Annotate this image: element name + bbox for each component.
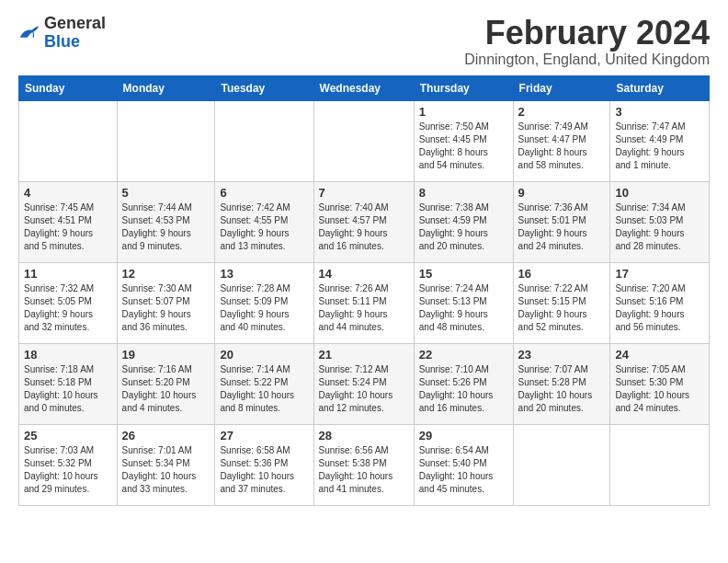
day-number: 28 xyxy=(319,429,409,442)
day-info: Sunrise: 6:56 AM Sunset: 5:38 PM Dayligh… xyxy=(319,444,409,496)
calendar-cell: 20Sunrise: 7:14 AM Sunset: 5:22 PM Dayli… xyxy=(215,343,313,424)
calendar-cell: 10Sunrise: 7:34 AM Sunset: 5:03 PM Dayli… xyxy=(610,181,710,262)
day-info: Sunrise: 7:03 AM Sunset: 5:32 PM Dayligh… xyxy=(24,444,112,496)
logo: General Blue xyxy=(18,15,106,52)
calendar-cell: 13Sunrise: 7:28 AM Sunset: 5:09 PM Dayli… xyxy=(215,262,313,343)
calendar-cell: 14Sunrise: 7:26 AM Sunset: 5:11 PM Dayli… xyxy=(313,262,414,343)
calendar-cell: 1Sunrise: 7:50 AM Sunset: 4:45 PM Daylig… xyxy=(414,100,513,181)
calendar-cell: 7Sunrise: 7:40 AM Sunset: 4:57 PM Daylig… xyxy=(313,181,414,262)
calendar-cell: 22Sunrise: 7:10 AM Sunset: 5:26 PM Dayli… xyxy=(414,343,513,424)
day-info: Sunrise: 7:22 AM Sunset: 5:15 PM Dayligh… xyxy=(518,282,606,334)
column-header-thursday: Thursday xyxy=(414,75,513,100)
calendar-cell: 24Sunrise: 7:05 AM Sunset: 5:30 PM Dayli… xyxy=(610,343,710,424)
day-info: Sunrise: 7:49 AM Sunset: 4:47 PM Dayligh… xyxy=(518,121,606,172)
calendar-cell: 5Sunrise: 7:44 AM Sunset: 4:53 PM Daylig… xyxy=(117,181,215,262)
page-header: General Blue February 2024 Dinnington, E… xyxy=(18,15,710,68)
column-header-monday: Monday xyxy=(117,75,215,100)
calendar-table: SundayMondayTuesdayWednesdayThursdayFrid… xyxy=(18,75,710,506)
day-number: 23 xyxy=(518,348,606,362)
calendar-cell xyxy=(117,100,215,181)
calendar-cell: 21Sunrise: 7:12 AM Sunset: 5:24 PM Dayli… xyxy=(313,343,414,424)
calendar-cell: 8Sunrise: 7:38 AM Sunset: 4:59 PM Daylig… xyxy=(414,181,513,262)
calendar-cell: 6Sunrise: 7:42 AM Sunset: 4:55 PM Daylig… xyxy=(215,181,313,262)
month-year-title: February 2024 xyxy=(464,15,710,52)
calendar-week-row: 1Sunrise: 7:50 AM Sunset: 4:45 PM Daylig… xyxy=(19,100,710,181)
day-number: 6 xyxy=(220,186,308,200)
day-info: Sunrise: 7:18 AM Sunset: 5:18 PM Dayligh… xyxy=(24,363,112,415)
calendar-cell: 3Sunrise: 7:47 AM Sunset: 4:49 PM Daylig… xyxy=(610,100,710,181)
day-number: 7 xyxy=(319,186,409,200)
calendar-header-row: SundayMondayTuesdayWednesdayThursdayFrid… xyxy=(19,75,710,100)
day-info: Sunrise: 7:24 AM Sunset: 5:13 PM Dayligh… xyxy=(419,282,508,334)
calendar-cell: 26Sunrise: 7:01 AM Sunset: 5:34 PM Dayli… xyxy=(117,424,215,505)
day-number: 26 xyxy=(122,429,210,442)
day-number: 12 xyxy=(122,267,210,281)
calendar-cell: 19Sunrise: 7:16 AM Sunset: 5:20 PM Dayli… xyxy=(117,343,215,424)
calendar-cell xyxy=(313,100,414,181)
column-header-wednesday: Wednesday xyxy=(313,75,414,100)
day-number: 20 xyxy=(220,348,308,362)
day-number: 16 xyxy=(518,267,606,281)
calendar-week-row: 11Sunrise: 7:32 AM Sunset: 5:05 PM Dayli… xyxy=(19,262,710,343)
day-info: Sunrise: 6:58 AM Sunset: 5:36 PM Dayligh… xyxy=(220,444,308,496)
day-info: Sunrise: 7:01 AM Sunset: 5:34 PM Dayligh… xyxy=(122,444,210,496)
day-number: 17 xyxy=(615,267,704,281)
column-header-tuesday: Tuesday xyxy=(215,75,313,100)
calendar-cell: 27Sunrise: 6:58 AM Sunset: 5:36 PM Dayli… xyxy=(215,424,313,505)
day-info: Sunrise: 7:12 AM Sunset: 5:24 PM Dayligh… xyxy=(319,363,409,415)
calendar-cell: 2Sunrise: 7:49 AM Sunset: 4:47 PM Daylig… xyxy=(513,100,610,181)
day-number: 24 xyxy=(615,348,704,362)
day-info: Sunrise: 7:40 AM Sunset: 4:57 PM Dayligh… xyxy=(319,201,409,253)
day-info: Sunrise: 7:32 AM Sunset: 5:05 PM Dayligh… xyxy=(24,282,112,334)
day-info: Sunrise: 7:34 AM Sunset: 5:03 PM Dayligh… xyxy=(615,201,704,253)
logo-bird-icon xyxy=(18,24,40,42)
day-info: Sunrise: 7:47 AM Sunset: 4:49 PM Dayligh… xyxy=(615,121,704,172)
calendar-week-row: 25Sunrise: 7:03 AM Sunset: 5:32 PM Dayli… xyxy=(19,424,710,505)
day-info: Sunrise: 7:42 AM Sunset: 4:55 PM Dayligh… xyxy=(220,201,308,253)
day-info: Sunrise: 7:38 AM Sunset: 4:59 PM Dayligh… xyxy=(419,201,508,253)
day-number: 10 xyxy=(615,186,704,200)
day-number: 13 xyxy=(220,267,308,281)
day-number: 14 xyxy=(319,267,409,281)
day-info: Sunrise: 7:50 AM Sunset: 4:45 PM Dayligh… xyxy=(419,121,508,172)
calendar-cell xyxy=(19,100,118,181)
day-info: Sunrise: 7:05 AM Sunset: 5:30 PM Dayligh… xyxy=(615,363,704,415)
logo-text: General Blue xyxy=(44,15,106,52)
day-number: 9 xyxy=(518,186,606,200)
day-number: 19 xyxy=(122,348,210,362)
calendar-week-row: 4Sunrise: 7:45 AM Sunset: 4:51 PM Daylig… xyxy=(19,181,710,262)
day-number: 27 xyxy=(220,429,308,442)
calendar-cell: 25Sunrise: 7:03 AM Sunset: 5:32 PM Dayli… xyxy=(19,424,118,505)
calendar-cell xyxy=(513,424,610,505)
day-number: 29 xyxy=(419,429,508,442)
calendar-cell: 23Sunrise: 7:07 AM Sunset: 5:28 PM Dayli… xyxy=(513,343,610,424)
day-number: 5 xyxy=(122,186,210,200)
calendar-cell: 17Sunrise: 7:20 AM Sunset: 5:16 PM Dayli… xyxy=(610,262,710,343)
calendar-cell: 11Sunrise: 7:32 AM Sunset: 5:05 PM Dayli… xyxy=(19,262,118,343)
calendar-cell xyxy=(215,100,313,181)
column-header-saturday: Saturday xyxy=(610,75,710,100)
day-info: Sunrise: 7:36 AM Sunset: 5:01 PM Dayligh… xyxy=(518,201,606,253)
calendar-cell: 15Sunrise: 7:24 AM Sunset: 5:13 PM Dayli… xyxy=(414,262,513,343)
day-number: 22 xyxy=(419,348,508,362)
column-header-friday: Friday xyxy=(513,75,610,100)
day-number: 2 xyxy=(518,105,606,119)
day-info: Sunrise: 7:30 AM Sunset: 5:07 PM Dayligh… xyxy=(122,282,210,334)
calendar-week-row: 18Sunrise: 7:18 AM Sunset: 5:18 PM Dayli… xyxy=(19,343,710,424)
day-info: Sunrise: 7:16 AM Sunset: 5:20 PM Dayligh… xyxy=(122,363,210,415)
calendar-cell: 29Sunrise: 6:54 AM Sunset: 5:40 PM Dayli… xyxy=(414,424,513,505)
day-number: 8 xyxy=(419,186,508,200)
day-info: Sunrise: 7:14 AM Sunset: 5:22 PM Dayligh… xyxy=(220,363,308,415)
calendar-cell: 18Sunrise: 7:18 AM Sunset: 5:18 PM Dayli… xyxy=(19,343,118,424)
calendar-cell xyxy=(610,424,710,505)
calendar-cell: 9Sunrise: 7:36 AM Sunset: 5:01 PM Daylig… xyxy=(513,181,610,262)
day-number: 25 xyxy=(24,429,112,442)
day-number: 11 xyxy=(24,267,112,281)
day-info: Sunrise: 7:45 AM Sunset: 4:51 PM Dayligh… xyxy=(24,201,112,253)
calendar-cell: 4Sunrise: 7:45 AM Sunset: 4:51 PM Daylig… xyxy=(19,181,118,262)
day-number: 4 xyxy=(24,186,112,200)
day-info: Sunrise: 7:44 AM Sunset: 4:53 PM Dayligh… xyxy=(122,201,210,253)
day-info: Sunrise: 6:54 AM Sunset: 5:40 PM Dayligh… xyxy=(419,444,508,496)
day-info: Sunrise: 7:26 AM Sunset: 5:11 PM Dayligh… xyxy=(319,282,409,334)
location-subtitle: Dinnington, England, United Kingdom xyxy=(464,52,710,68)
